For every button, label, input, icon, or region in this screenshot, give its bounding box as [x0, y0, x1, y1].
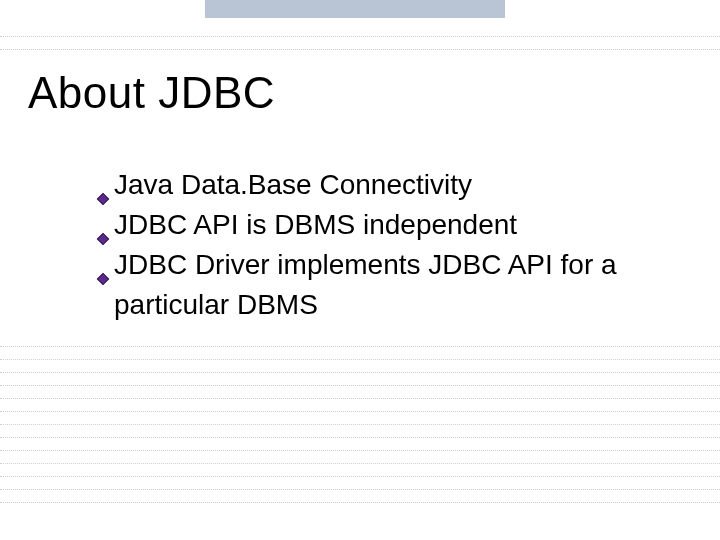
svg-rect-2 [97, 273, 108, 284]
bullet-text: JDBC API is DBMS independent [114, 205, 666, 245]
bullet-list: Java Data.Base Connectivity JDBC API is … [96, 165, 666, 325]
list-item: JDBC API is DBMS independent [96, 205, 666, 245]
diamond-bullet-icon [96, 177, 110, 191]
svg-rect-1 [97, 233, 108, 244]
bullet-text: JDBC Driver implements JDBC API for a pa… [114, 245, 666, 325]
bullet-text: Java Data.Base Connectivity [114, 165, 666, 205]
diamond-bullet-icon [96, 257, 110, 271]
slide-title: About JDBC [28, 68, 275, 118]
svg-rect-0 [97, 193, 108, 204]
list-item: Java Data.Base Connectivity [96, 165, 666, 205]
top-accent-bar [205, 0, 505, 18]
slide: About JDBC Java Data.Base Connectivity J… [0, 0, 720, 540]
list-item: JDBC Driver implements JDBC API for a pa… [96, 245, 666, 325]
diamond-bullet-icon [96, 217, 110, 231]
